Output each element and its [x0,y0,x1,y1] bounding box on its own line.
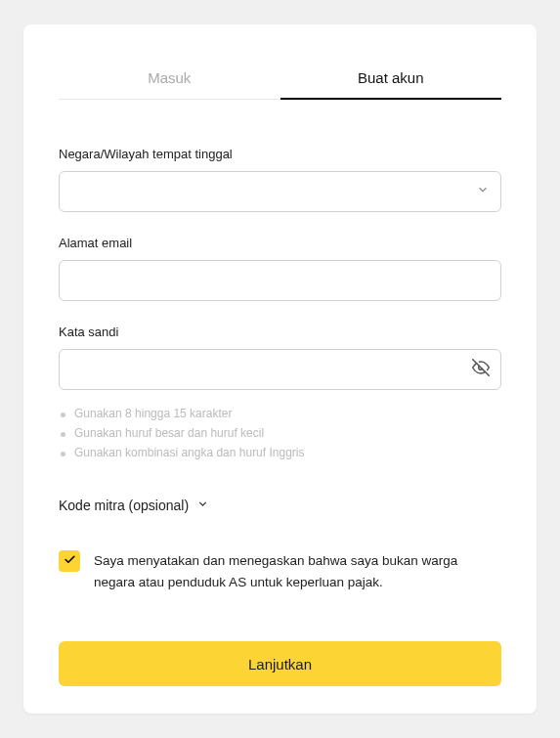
consent-checkbox[interactable] [59,550,80,572]
password-hints: Gunakan 8 hingga 15 karakter Gunakan hur… [59,404,501,462]
check-icon [64,552,76,570]
country-label: Negara/Wilayah tempat tinggal [59,147,501,161]
toggle-password-visibility-icon[interactable] [472,359,490,380]
password-hint: Gunakan 8 hingga 15 karakter [59,404,501,423]
email-label: Alamat email [59,236,501,250]
consent-text: Saya menyatakan dan menegaskan bahwa say… [94,550,501,592]
partner-code-label: Kode mitra (opsional) [59,498,189,513]
signup-card: Masuk Buat akun Negara/Wilayah tempat ti… [23,24,537,714]
partner-code-toggle[interactable]: Kode mitra (opsional) [59,498,501,513]
email-input[interactable] [59,260,501,301]
auth-tabs: Masuk Buat akun [59,69,501,100]
password-hint: Gunakan huruf besar dan huruf kecil [59,423,501,443]
tab-signup[interactable]: Buat akun [280,69,502,100]
country-field-group: Negara/Wilayah tempat tinggal [59,147,501,212]
password-label: Kata sandi [59,325,501,339]
chevron-down-icon [196,498,209,513]
country-select[interactable] [59,171,501,212]
password-input[interactable] [59,349,501,390]
consent-row: Saya menyatakan dan menegaskan bahwa say… [59,550,501,592]
email-field-group: Alamat email [59,236,501,301]
password-hint: Gunakan kombinasi angka dan huruf Inggri… [59,443,501,462]
continue-button[interactable]: Lanjutkan [59,641,501,686]
tab-login[interactable]: Masuk [59,69,280,100]
password-field-group: Kata sandi Gunakan 8 hingga 15 karakter … [59,325,501,462]
